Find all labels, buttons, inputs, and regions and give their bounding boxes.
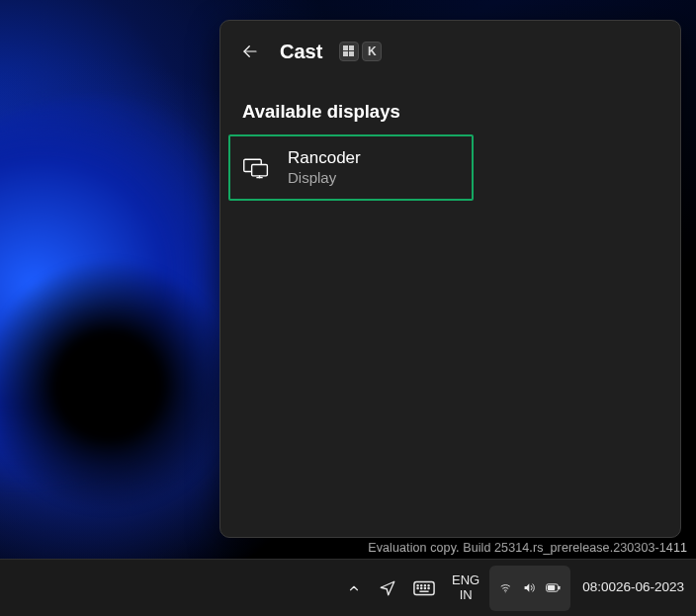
svg-point-13: [428, 584, 429, 585]
cast-title: Cast: [280, 41, 322, 63]
svg-rect-6: [252, 164, 268, 175]
svg-rect-23: [548, 585, 555, 590]
svg-point-15: [421, 587, 422, 588]
cast-device-item[interactable]: Rancoder Display: [228, 134, 474, 201]
svg-marker-20: [524, 583, 529, 591]
language-bottom: IN: [460, 588, 473, 602]
touch-keyboard-button[interactable]: [406, 566, 442, 611]
svg-point-16: [425, 587, 426, 588]
system-tray: ENG IN 08:00 26-06-2023: [339, 566, 686, 611]
cast-device-name: Rancoder: [288, 147, 361, 168]
taskbar-time: 08:00: [582, 579, 616, 595]
svg-rect-4: [349, 51, 354, 56]
svg-point-12: [425, 584, 426, 585]
svg-rect-22: [559, 586, 561, 590]
svg-point-19: [505, 591, 506, 592]
evaluation-watermark: Evaluation copy. Build 25314.rs_prerelea…: [368, 541, 687, 555]
svg-rect-2: [349, 45, 354, 50]
cast-shortcut-hint: K: [339, 42, 382, 61]
display-device-icon: [242, 154, 270, 182]
cast-device-type: Display: [288, 169, 361, 188]
svg-point-11: [421, 584, 422, 585]
volume-icon: [523, 579, 536, 596]
taskbar: ENG IN 08:00 26-06-2023: [0, 559, 696, 616]
cast-device-text: Rancoder Display: [288, 147, 361, 188]
battery-icon: [546, 581, 561, 594]
available-displays-heading: Available displays: [220, 77, 680, 132]
language-indicator-button[interactable]: ENG IN: [444, 566, 487, 611]
clock-button[interactable]: 08:00 26-06-2023: [572, 566, 686, 611]
svg-rect-1: [343, 45, 348, 50]
svg-rect-3: [343, 51, 348, 56]
k-key-icon: K: [362, 42, 382, 61]
back-button[interactable]: [234, 36, 266, 67]
arrow-left-icon: [241, 43, 259, 60]
windows-key-icon: [339, 42, 359, 61]
cast-flyout-panel: Cast K Available displays Rancode: [219, 20, 681, 538]
nearby-sharing-tray-button[interactable]: [371, 566, 404, 611]
quick-settings-button[interactable]: [489, 566, 570, 611]
keyboard-icon: [413, 580, 435, 596]
taskbar-date: 26-06-2023: [616, 579, 684, 595]
chevron-up-icon: [347, 581, 361, 595]
svg-point-14: [417, 587, 418, 588]
wifi-icon: [499, 579, 512, 596]
tray-overflow-button[interactable]: [339, 566, 369, 611]
svg-point-17: [428, 587, 429, 588]
language-top: ENG: [452, 573, 479, 587]
location-arrow-icon: [379, 579, 396, 597]
cast-header: Cast K: [220, 21, 680, 77]
svg-point-10: [417, 584, 418, 585]
